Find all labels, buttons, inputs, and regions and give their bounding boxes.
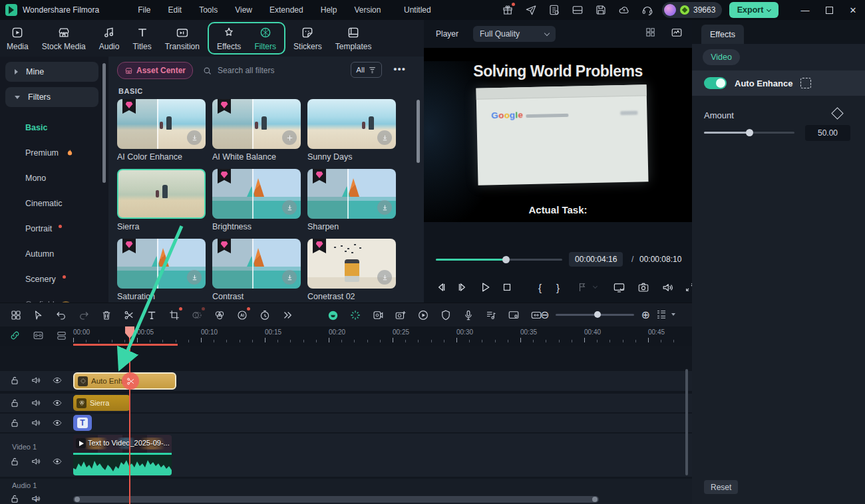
amount-slider[interactable] [704,132,794,134]
tab-audio[interactable]: Audio [92,25,126,51]
multi-view-icon[interactable] [645,27,656,38]
video-preview[interactable]: Solving World Problems Google Actual Tas… [424,48,692,222]
mute-icon[interactable] [31,398,41,408]
visibility-icon[interactable] [52,375,63,386]
crop-icon[interactable] [168,309,181,322]
close-button[interactable]: ✕ [841,0,865,20]
keyframe-diamond-icon[interactable] [831,107,843,119]
sidebar-item-premium[interactable]: Premium [25,148,108,158]
screen-record-icon[interactable] [507,309,520,322]
tab-stock-media[interactable]: Stock Media [35,25,92,51]
minimize-button[interactable]: — [793,0,817,20]
lock-icon[interactable] [9,375,20,386]
filter-card-sharpen[interactable]: Sharpen [307,169,396,231]
mask-icon[interactable] [190,309,204,322]
mute-icon[interactable] [31,418,41,428]
clip-sierra[interactable]: Sierra [73,395,130,411]
select-tool-icon[interactable] [32,309,45,322]
reset-button[interactable]: Reset [704,480,738,494]
visibility-icon[interactable] [52,456,63,467]
lock-icon[interactable] [9,398,20,408]
menu-file[interactable]: File [138,5,150,15]
filter-card-ai-white-balance[interactable]: AI White Balance [212,99,301,162]
clip-text[interactable]: T [73,415,92,431]
selected-filter-thumbnail[interactable] [117,169,206,219]
add-icon[interactable] [282,130,297,145]
speed-icon[interactable] [258,309,271,322]
more-options-icon[interactable]: ••• [393,63,406,74]
sidebar-item-basic[interactable]: Basic [25,123,108,132]
filter-card-sierra[interactable]: Sierra [117,169,206,231]
download-icon[interactable] [187,270,202,285]
ai-enhance-icon[interactable] [349,309,362,322]
mark-in-button[interactable]: { [538,278,542,297]
play-button[interactable] [478,278,492,297]
filter-card-saturation[interactable]: Saturation [117,239,206,301]
render-preview-icon[interactable] [326,309,339,322]
voiceover-icon[interactable] [462,309,475,322]
tab-transition[interactable]: Transition [158,25,206,51]
visibility-icon[interactable] [52,398,63,408]
account-badge[interactable]: 39663 [662,2,722,18]
sidebar-item-scenery[interactable]: Scenery [25,275,108,284]
lock-icon[interactable] [9,493,20,504]
timeline-ruler[interactable]: 00:0000:05 00:1000:15 00:2000:25 00:3000… [0,326,692,346]
menu-edit[interactable]: Edit [168,5,182,15]
tab-templates[interactable]: Templates [329,25,379,51]
sidebar-item-mono[interactable]: Mono [25,174,108,183]
filter-card-sunny-days[interactable]: Sunny Days [307,99,396,162]
download-icon[interactable] [377,200,392,215]
color-wheels-icon[interactable] [213,309,226,322]
layout-icon[interactable] [570,3,585,17]
tab-titles[interactable]: Titles [126,25,158,51]
video-subtab[interactable]: Video [703,49,740,65]
timeline-vertical-scrollbar[interactable] [685,369,688,475]
sidebar-item-portrait[interactable]: Portrait [25,224,108,233]
redo-icon[interactable] [77,309,90,322]
volume-button[interactable] [661,278,674,297]
filter-card-brightness[interactable]: Brightness [212,169,301,231]
clip-text-to-video[interactable]: Text to Video_2025-09-... [73,435,172,475]
split-icon[interactable] [122,309,136,322]
auto-enhance-toggle[interactable] [704,77,727,89]
download-icon[interactable] [282,270,297,285]
marker-button[interactable] [577,278,597,297]
add-camera-icon[interactable] [394,309,407,322]
next-frame-button[interactable] [456,278,469,297]
link-clips-icon[interactable] [33,330,44,341]
export-button[interactable]: Export [729,2,778,18]
previous-frame-button[interactable] [434,278,448,297]
add-track-button[interactable]: + [33,493,39,504]
filters-scrollbar[interactable] [417,100,420,163]
mirror-display-button[interactable] [613,278,625,297]
download-icon[interactable] [377,130,392,145]
progress-handle[interactable] [502,256,510,263]
amount-slider-handle[interactable] [746,129,753,136]
current-timecode[interactable]: 00:00:04:16 [569,252,623,267]
sidebar-item-cinematic[interactable]: Cinematic [25,199,108,208]
share-icon[interactable] [524,3,538,17]
zoom-slider-handle[interactable] [594,311,601,318]
cloud-upload-icon[interactable] [617,3,631,17]
sidebar-group-mine[interactable]: Mine [5,62,98,82]
record-video-icon[interactable] [371,309,385,322]
playback-progress-bar[interactable] [436,259,562,261]
menu-help[interactable]: Help [321,5,337,15]
tab-stickers[interactable]: Stickers [287,25,329,51]
snapshot-button[interactable] [637,278,649,297]
menu-extended[interactable]: Extended [269,5,303,15]
amount-value-field[interactable]: 50.00 [805,125,850,141]
save-icon[interactable] [594,3,608,17]
delete-icon[interactable] [100,309,113,322]
filter-card-contrast[interactable]: Contrast [212,239,301,301]
visibility-icon[interactable] [52,418,63,428]
filter-card-ai-color-enhance[interactable]: AI Color Enhance [117,99,206,162]
menu-view[interactable]: View [235,5,252,15]
safe-area-icon[interactable] [439,309,452,322]
scopes-icon[interactable] [671,27,683,39]
workspace-layout-icon[interactable] [9,309,23,322]
track-height-icon[interactable] [56,330,67,341]
filter-card-conetrast-02[interactable]: Conetrast 02 [307,239,396,301]
tab-filters[interactable]: Filters [248,25,283,51]
sidebar-group-filters[interactable]: Filters [5,87,98,107]
